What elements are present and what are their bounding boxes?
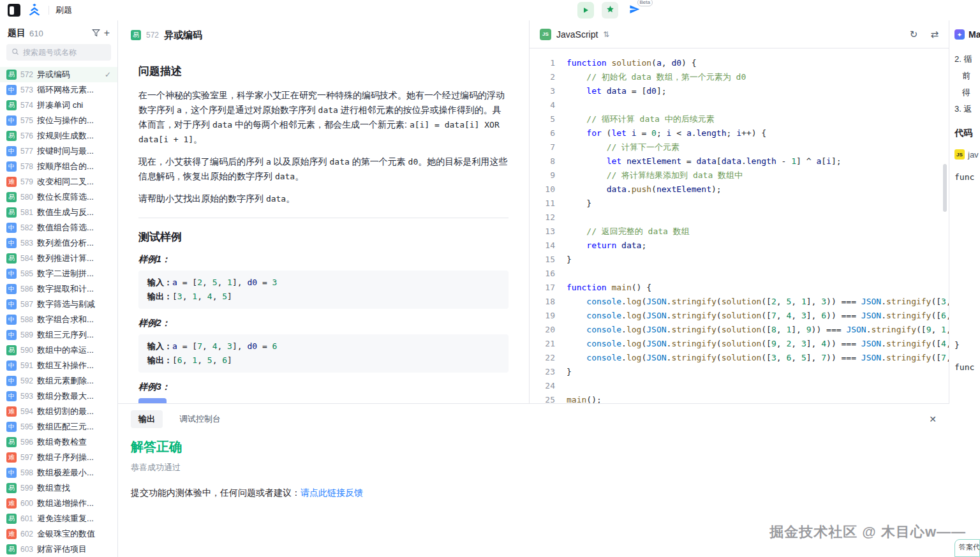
submit-button[interactable]: Beta	[626, 2, 642, 19]
problem-title: 按规则生成数...	[37, 130, 111, 142]
problem-list-item[interactable]: 易601避免连续重复...	[0, 511, 117, 526]
problem-list-item[interactable]: 易584数列推进计算...	[0, 251, 117, 266]
line-number: 22	[530, 351, 567, 365]
code-line[interactable]: 14 return data;	[530, 239, 949, 253]
code-line[interactable]: 17function main() {	[530, 281, 949, 295]
problem-title: 数列推进计算...	[37, 253, 111, 264]
feedback-link[interactable]: 请点此链接反馈	[301, 487, 363, 498]
corner-card[interactable]: 答案代	[954, 539, 980, 557]
code-line[interactable]: 21 console.log(JSON.stringify(solution([…	[530, 337, 949, 351]
tab-debug-console[interactable]: 调试控制台	[172, 410, 228, 428]
problem-list-item[interactable]: 中598数组极差最小...	[0, 465, 117, 480]
problem-list-item[interactable]: 中593数组分数最大...	[0, 389, 117, 404]
problem-list-item[interactable]: 难602金银珠宝的数值	[0, 526, 117, 542]
line-number: 16	[530, 267, 567, 281]
assistant-header: ✦ Ma	[954, 29, 980, 40]
code-line[interactable]: 20 console.log(JSON.stringify(solution([…	[530, 323, 949, 337]
problem-list-item[interactable]: 易576按规则生成数...	[0, 128, 117, 144]
editor-scrollbar[interactable]	[943, 164, 947, 212]
sidebar-toggle-icon[interactable]	[8, 4, 20, 17]
problem-list-item[interactable]: 中585数字二进制拼...	[0, 266, 117, 281]
watermark: 掘金技术社区 @ 木目心w——	[769, 523, 966, 542]
code-line[interactable]: 9 // 将计算结果添加到 data 数组中	[530, 168, 949, 182]
line-number: 11	[530, 197, 567, 211]
problem-list-item[interactable]: 易596数组奇数检查	[0, 434, 117, 450]
inline-code: a	[177, 105, 182, 115]
problem-list-item[interactable]: 中591数组互补操作...	[0, 358, 117, 373]
problem-list-item[interactable]: 中587数字筛选与剔减	[0, 297, 117, 312]
line-code: function main() {	[567, 281, 949, 295]
line-number: 18	[530, 295, 567, 309]
code-line[interactable]: 22 console.log(JSON.stringify(solution([…	[530, 351, 949, 365]
problem-list-item[interactable]: 中573循环网格元素...	[0, 82, 117, 98]
problem-list-item[interactable]: 难597数组子序列操...	[0, 450, 117, 465]
language-swap-icon[interactable]: ⇅	[603, 30, 609, 39]
tab-output[interactable]: 输出	[131, 410, 163, 428]
line-number: 9	[530, 168, 567, 182]
code-line[interactable]: 19 console.log(JSON.stringify(solution([…	[530, 309, 949, 323]
run-button[interactable]	[577, 2, 594, 19]
nav-shuati-label[interactable]: 刷题	[56, 4, 72, 16]
code-line[interactable]: 16	[530, 267, 949, 281]
search-input[interactable]	[23, 48, 106, 57]
code-line[interactable]: 15}	[530, 253, 949, 267]
problem-list-item[interactable]: 难579改变相同二叉...	[0, 174, 117, 189]
code-line[interactable]: 18 console.log(JSON.stringify(solution([…	[530, 295, 949, 309]
add-icon[interactable]: +	[104, 29, 110, 38]
problem-list-item[interactable]: 中578按顺序组合的...	[0, 159, 117, 174]
code-line[interactable]: 12	[530, 211, 949, 225]
difficulty-badge: 中	[6, 299, 17, 309]
problem-list-item[interactable]: 易574拼凑单词 chi	[0, 98, 117, 113]
problem-list-item[interactable]: 中589数组三元序列...	[0, 327, 117, 343]
code-line[interactable]: 13 // 返回完整的 data 数组	[530, 225, 949, 239]
problem-list-item[interactable]: 易581数值生成与反...	[0, 205, 117, 220]
code-line[interactable]: 7 // 计算下一个元素	[530, 140, 949, 154]
problem-list-item[interactable]: 易572异或编码✓	[0, 67, 117, 82]
problem-list-item[interactable]: 易580数位长度筛选...	[0, 189, 117, 205]
problem-list-item[interactable]: 易599数组查找	[0, 480, 117, 496]
problem-title: 按键时间与最...	[37, 145, 111, 157]
problem-list-item[interactable]: 中577按键时间与最...	[0, 144, 117, 159]
problem-list-item[interactable]: 易603财富评估项目	[0, 542, 117, 557]
problem-list-item[interactable]: 难600数组递增操作...	[0, 496, 117, 511]
problem-list-item[interactable]: 中582数值组合筛选...	[0, 220, 117, 235]
problem-list-item[interactable]: 中575按位与操作的...	[0, 113, 117, 128]
difficulty-badge: 难	[6, 498, 17, 509]
code-line[interactable]: 1function solution(a, d0) {	[530, 56, 949, 70]
juejin-logo[interactable]	[27, 3, 42, 18]
result-title: 解答正确	[131, 438, 937, 456]
filter-icon[interactable]	[92, 29, 100, 38]
problem-id: 588	[20, 315, 33, 324]
problem-paragraphs: 在一个神秘的实验室里，科学家小艾正在研究一种特殊的编码技术。她有一个经过编码的浮…	[138, 88, 509, 206]
code-line[interactable]: 2 // 初始化 data 数组，第一个元素为 d0	[530, 70, 949, 84]
format-code-icon[interactable]: ⇄	[930, 29, 939, 40]
problem-list-item[interactable]: 中583数列差值分析...	[0, 235, 117, 251]
problem-list-item[interactable]: 难594数组切割的最...	[0, 404, 117, 419]
code-line[interactable]: 6 for (let i = 0; i < a.length; i++) {	[530, 126, 949, 140]
problem-list-item[interactable]: 中588数字组合求和...	[0, 312, 117, 327]
line-number: 12	[530, 211, 567, 225]
problem-list-item[interactable]: 中586数字提取和计...	[0, 281, 117, 297]
line-code: let data = [d0];	[567, 84, 949, 98]
code-line[interactable]: 11 }	[530, 197, 949, 211]
problem-list-item[interactable]: 中592数组元素删除...	[0, 373, 117, 389]
code-line[interactable]: 10 data.push(nextElement);	[530, 182, 949, 197]
favorite-button[interactable]	[602, 2, 618, 19]
topbar-separator	[48, 6, 49, 15]
code-line[interactable]: 8 let nextElement = data[data.length - 1…	[530, 154, 949, 168]
problem-paragraph: 在一个神秘的实验室里，科学家小艾正在研究一种特殊的编码技术。她有一个经过编码的浮…	[138, 88, 509, 147]
language-selector[interactable]: JavaScript	[556, 29, 598, 40]
code-line[interactable]: 24	[530, 379, 949, 393]
code-line[interactable]: 23}	[530, 365, 949, 379]
code-line[interactable]: 5 // 循环计算 data 中的后续元素	[530, 112, 949, 126]
line-code: // 循环计算 data 中的后续元素	[567, 112, 949, 126]
code-line[interactable]: 4	[530, 98, 949, 112]
difficulty-badge: 易	[6, 192, 17, 202]
close-icon[interactable]: ✕	[929, 414, 937, 424]
code-line[interactable]: 3 let data = [d0];	[530, 84, 949, 98]
problem-list-item[interactable]: 易590数组中的幸运...	[0, 343, 117, 358]
problem-list-item[interactable]: 中595数组匹配三元...	[0, 419, 117, 434]
problem-id: 583	[20, 239, 33, 248]
search-box[interactable]	[6, 44, 111, 61]
reset-code-icon[interactable]: ↻	[910, 29, 918, 40]
